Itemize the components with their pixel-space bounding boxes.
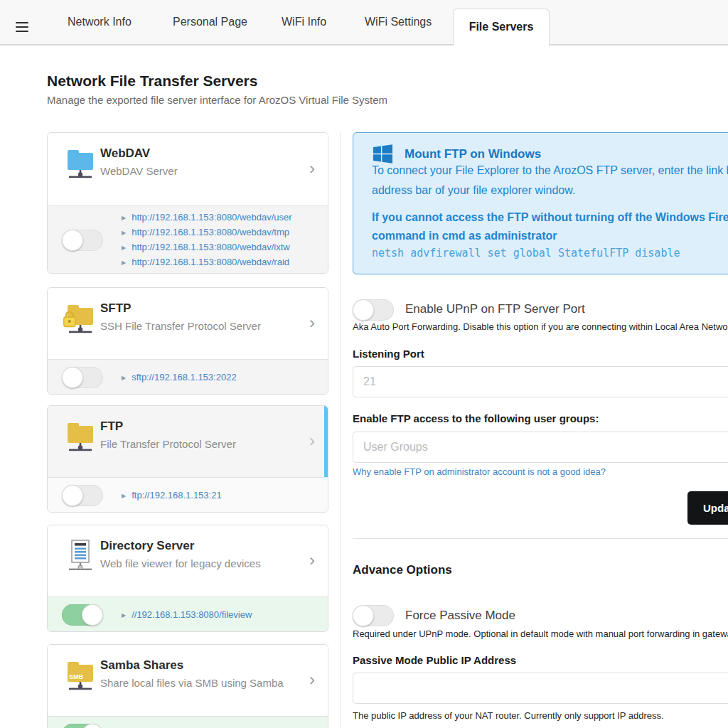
force-passive-mode-label: Force Passive Mode	[405, 609, 515, 623]
server-card-webdav-footer: ▶http://192.168.1.153:8080/webdav/user ▶…	[48, 206, 328, 274]
samba-enable-toggle[interactable]	[62, 724, 103, 728]
server-description: File Transfer Protocol Server	[100, 438, 236, 450]
selected-indicator-bar	[324, 406, 328, 477]
list-item: ▶//192.168.1.153:8080/fileview	[122, 607, 252, 622]
server-card-sftp-header[interactable]: SFTP SSH File Transfer Protocol Server ›	[48, 288, 328, 360]
server-card-webdav: WebDAV WebDAV Server › ▶http://192.168.1…	[47, 132, 328, 274]
server-name: Samba Shares	[100, 658, 183, 673]
windows-logo-icon	[373, 144, 392, 164]
chevron-right-icon: ›	[309, 159, 315, 178]
column-divider	[340, 132, 341, 728]
info-text-line: To connect your File Explorer to the Aro…	[372, 164, 728, 177]
public-ip-input[interactable]	[353, 673, 728, 704]
server-url-link[interactable]: http://192.168.1.153:8080/webdav/user	[132, 212, 292, 223]
webdav-enable-toggle[interactable]	[62, 230, 103, 251]
tab-wifi-settings[interactable]: WiFi Settings	[365, 0, 432, 44]
upnp-toggle-label: Enable UPnP on FTP Server Port	[405, 302, 585, 316]
server-url-link[interactable]: http://192.168.1.153:8080/webdav/tmp	[132, 227, 289, 237]
server-description: Share local files via SMB using Samba	[100, 677, 284, 689]
server-description: WebDAV Server	[100, 165, 178, 177]
public-ip-label: Passive Mode Public IP Address	[353, 654, 516, 666]
server-card-ftp-header[interactable]: FTP File Transfer Protocol Server ›	[48, 406, 328, 478]
upnp-toggle[interactable]	[353, 299, 394, 321]
top-navbar: Network Info Personal Page WiFi Info WiF…	[0, 0, 728, 46]
server-name: WebDAV	[100, 146, 150, 161]
tab-personal-page[interactable]: Personal Page	[173, 0, 247, 44]
server-url-link[interactable]: http://192.168.1.153:8080/webdav/ixtw	[132, 242, 290, 252]
chevron-right-icon: ›	[309, 313, 315, 333]
server-name: FTP	[100, 419, 123, 434]
passive-mode-note: Required under UPnP mode. Optional in de…	[353, 628, 728, 639]
server-description: Web file viewer for legacy devices	[100, 557, 261, 569]
server-card-samba-header[interactable]: SMB Samba Shares Share local files via S…	[48, 645, 328, 717]
server-card-ftp: FTP File Transfer Protocol Server › ▶ftp…	[47, 405, 328, 513]
list-item: ▶http://192.168.1.153:8080/webdav/raid	[122, 255, 292, 270]
blue-network-folder-icon	[63, 144, 97, 181]
webdav-url-list: ▶http://192.168.1.153:8080/webdav/user ▶…	[122, 210, 292, 270]
user-groups-input[interactable]	[353, 432, 728, 463]
upnp-note: Aka Auto Port Forwarding. Disable this o…	[353, 321, 728, 332]
list-item: ▶http://192.168.1.153:8080/webdav/ixtw	[122, 240, 292, 255]
tab-wifi-info[interactable]: WiFi Info	[282, 0, 326, 44]
info-text-line: address bar of your file explorer window…	[372, 184, 575, 197]
server-name: SFTP	[100, 301, 131, 316]
svg-text:SMB: SMB	[69, 673, 84, 680]
hamburger-menu-icon[interactable]	[16, 22, 28, 33]
tab-file-servers[interactable]: File Servers	[453, 9, 550, 46]
server-card-directory-header[interactable]: Directory Server Web file viewer for leg…	[48, 525, 328, 597]
tab-network-info[interactable]: Network Info	[68, 0, 132, 44]
server-card-ftp-footer: ▶ftp://192.168.1.153:21	[48, 478, 328, 513]
triangle-bullet-icon: ▶	[122, 259, 126, 266]
ftp-url-list: ▶ftp://192.168.1.153:21	[122, 488, 222, 503]
sftp-enable-toggle[interactable]	[62, 367, 103, 388]
locked-network-folder-icon	[63, 299, 97, 336]
directory-enable-toggle[interactable]	[62, 604, 103, 626]
user-groups-label: Enable FTP access to the following user …	[353, 412, 599, 424]
triangle-bullet-icon: ▶	[122, 611, 126, 618]
info-text-line: If you cannot access the FTP without tur…	[372, 211, 728, 224]
chevron-right-icon: ›	[309, 550, 315, 570]
triangle-bullet-icon: ▶	[122, 215, 126, 221]
info-text-line: command in cmd as administrator	[372, 230, 557, 242]
server-card-samba: SMB Samba Shares Share local files via S…	[47, 644, 328, 728]
chevron-right-icon: ›	[309, 670, 315, 690]
list-item: ▶sftp://192.168.1.153:2022	[122, 370, 237, 385]
server-name: Directory Server	[100, 539, 194, 553]
public-ip-note: The public IP address of your NAT router…	[353, 710, 664, 721]
directory-url-list: ▶//192.168.1.153:8080/fileview	[122, 607, 252, 622]
update-button[interactable]: Update	[687, 491, 728, 525]
list-item: ▶http://192.168.1.153:8080/webdav/tmp	[122, 225, 292, 240]
list-item: ▶http://192.168.1.153:8080/webdav/user	[122, 210, 292, 225]
firewall-command-text: netsh advfirewall set global StatefulFTP…	[372, 247, 680, 259]
server-description: SSH File Transfer Protocol Server	[100, 320, 261, 332]
page-title: Network File Transfer Servers	[47, 73, 257, 90]
chevron-right-icon: ›	[309, 431, 315, 451]
triangle-bullet-icon: ▶	[122, 374, 126, 380]
sftp-url-list: ▶sftp://192.168.1.153:2022	[122, 370, 237, 385]
ftp-admin-warning-link[interactable]: Why enable FTP on administrator account …	[353, 466, 606, 477]
server-card-directory: Directory Server Web file viewer for leg…	[47, 525, 328, 632]
server-card-sftp-footer: ▶sftp://192.168.1.153:2022	[48, 360, 328, 395]
server-card-directory-footer: ▶//192.168.1.153:8080/fileview	[48, 597, 328, 632]
server-card-samba-footer	[48, 717, 328, 728]
listening-port-label: Listening Port	[353, 348, 424, 360]
triangle-bullet-icon: ▶	[122, 245, 126, 251]
server-card-webdav-header[interactable]: WebDAV WebDAV Server ›	[48, 133, 328, 206]
listening-port-input[interactable]	[353, 366, 728, 397]
triangle-bullet-icon: ▶	[122, 492, 126, 498]
server-url-link[interactable]: ftp://192.168.1.153:21	[132, 489, 222, 500]
yellow-network-folder-icon	[63, 417, 97, 454]
file-list-server-icon	[63, 537, 97, 574]
mount-ftp-info-box: Mount FTP on Windows To connect your Fil…	[353, 132, 728, 274]
smb-network-folder-icon: SMB	[63, 656, 97, 693]
server-url-link[interactable]: sftp://192.168.1.153:2022	[132, 371, 236, 382]
list-item: ▶ftp://192.168.1.153:21	[122, 488, 222, 503]
force-passive-mode-toggle[interactable]	[353, 605, 394, 626]
section-divider	[353, 538, 728, 539]
server-card-sftp: SFTP SSH File Transfer Protocol Server ›…	[47, 287, 328, 395]
page-subtitle: Manage the exported file server interfac…	[47, 94, 387, 106]
ftp-enable-toggle[interactable]	[62, 485, 103, 506]
server-url-link[interactable]: http://192.168.1.153:8080/webdav/raid	[132, 257, 289, 267]
triangle-bullet-icon: ▶	[122, 230, 126, 236]
server-url-link[interactable]: //192.168.1.153:8080/fileview	[132, 609, 252, 619]
